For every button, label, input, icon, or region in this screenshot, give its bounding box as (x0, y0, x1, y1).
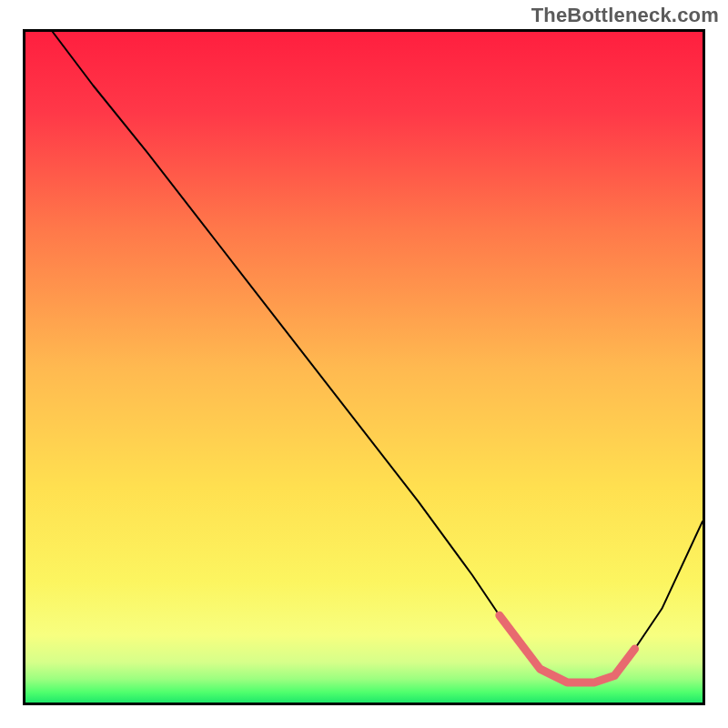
gradient-background (25, 32, 703, 703)
chart-frame: TheBottleneck.com (0, 0, 728, 728)
attribution-text: TheBottleneck.com (531, 4, 719, 27)
plot-svg (25, 32, 703, 703)
plot-area (23, 29, 705, 705)
